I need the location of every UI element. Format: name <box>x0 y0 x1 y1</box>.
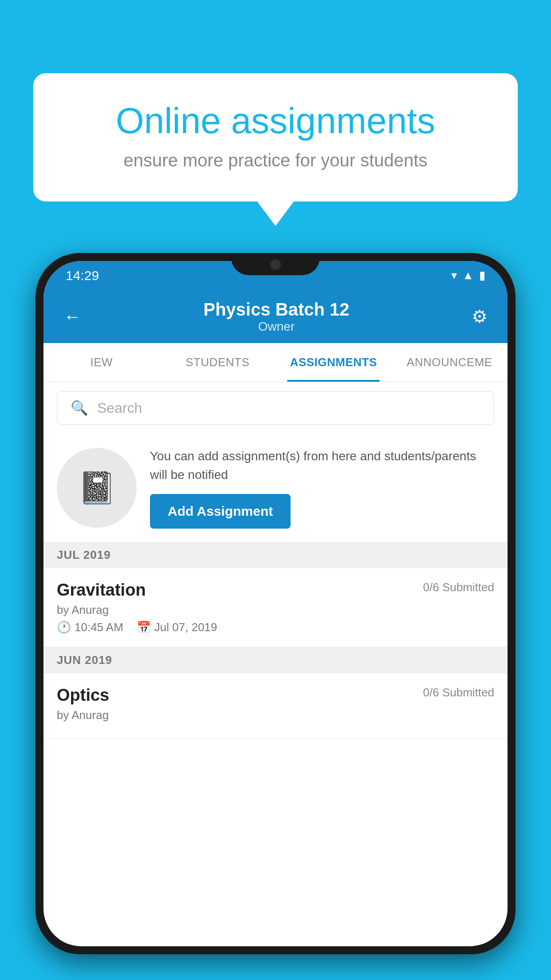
phone-notch <box>231 253 320 275</box>
signal-icon: ▲ <box>462 269 474 282</box>
assignment-date: Jul 07, 2019 <box>154 620 217 634</box>
promo-text: You can add assignment(s) from here and … <box>150 447 494 484</box>
month-section-jun: JUN 2019 <box>43 647 508 673</box>
search-container: 🔍 Search <box>43 382 508 434</box>
search-bar[interactable]: 🔍 Search <box>57 391 494 425</box>
header-title: Physics Batch 12 <box>203 300 349 320</box>
phone-outer: 14:29 ▾ ▲ ▮ ← Physics Batch 12 Owner ⚙ I… <box>35 253 516 954</box>
promo-icon-circle: 📓 <box>57 448 137 528</box>
status-time: 14:29 <box>66 268 99 283</box>
header-subtitle: Owner <box>203 320 349 334</box>
tab-students[interactable]: STUDENTS <box>160 343 276 382</box>
speech-bubble: Online assignments ensure more practice … <box>33 73 518 202</box>
wifi-icon: ▾ <box>451 269 457 282</box>
assignment-item-optics[interactable]: Optics 0/6 Submitted by Anurag <box>43 673 508 739</box>
search-icon: 🔍 <box>71 399 88 416</box>
phone-container: 14:29 ▾ ▲ ▮ ← Physics Batch 12 Owner ⚙ I… <box>35 253 516 980</box>
promo-right: You can add assignment(s) from here and … <box>150 447 494 529</box>
bubble-title: Online assignments <box>69 100 482 142</box>
bubble-subtitle: ensure more practice for your students <box>69 150 482 170</box>
tab-assignments[interactable]: ASSIGNMENTS <box>276 343 392 382</box>
search-placeholder: Search <box>97 400 142 416</box>
assignment-time-date: 🕐 10:45 AM 📅 Jul 07, 2019 <box>57 620 494 634</box>
status-icons: ▾ ▲ ▮ <box>451 269 485 282</box>
phone-screen: 14:29 ▾ ▲ ▮ ← Physics Batch 12 Owner ⚙ I… <box>43 261 508 946</box>
assignment-by-optics: by Anurag <box>57 708 494 722</box>
calendar-icon: 📅 <box>137 620 151 634</box>
header-center: Physics Batch 12 Owner <box>203 300 349 334</box>
assignment-time: 10:45 AM <box>75 620 123 634</box>
time-item: 🕐 10:45 AM <box>57 620 123 634</box>
submitted-count: 0/6 Submitted <box>423 581 494 594</box>
assignment-header: Gravitation 0/6 Submitted <box>57 581 494 600</box>
assignment-name: Gravitation <box>57 581 146 600</box>
tab-announcements[interactable]: ANNOUNCEME <box>392 343 508 382</box>
date-item: 📅 Jul 07, 2019 <box>137 620 217 634</box>
add-assignment-button[interactable]: Add Assignment <box>150 494 291 529</box>
add-assignment-promo: 📓 You can add assignment(s) from here an… <box>43 434 508 542</box>
back-button[interactable]: ← <box>63 307 81 327</box>
clock-icon: 🕐 <box>57 620 71 634</box>
notebook-icon: 📓 <box>78 470 116 506</box>
assignment-by: by Anurag <box>57 603 494 617</box>
submitted-count-optics: 0/6 Submitted <box>423 686 494 699</box>
tab-overview[interactable]: IEW <box>43 343 160 382</box>
gear-icon[interactable]: ⚙ <box>472 306 488 327</box>
assignment-header-optics: Optics 0/6 Submitted <box>57 686 494 705</box>
tabs-bar: IEW STUDENTS ASSIGNMENTS ANNOUNCEME <box>43 343 508 382</box>
app-header: ← Physics Batch 12 Owner ⚙ <box>43 290 508 343</box>
assignment-name-optics: Optics <box>57 686 109 705</box>
battery-icon: ▮ <box>479 269 485 282</box>
assignment-item-gravitation[interactable]: Gravitation 0/6 Submitted by Anurag 🕐 10… <box>43 568 508 647</box>
phone-camera <box>269 258 282 271</box>
month-section-jul: JUL 2019 <box>43 542 508 568</box>
